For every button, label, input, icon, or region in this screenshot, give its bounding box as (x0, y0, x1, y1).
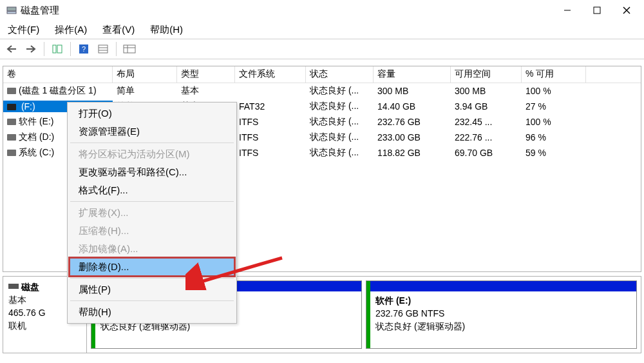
partition-block[interactable]: 软件 (E:) 232.76 GB NTFS 状态良好 (逻辑驱动器) (366, 280, 637, 349)
cell-pct: 27 % (522, 101, 586, 112)
toolbar: ? (0, 39, 644, 59)
cell-pct: 96 % (522, 132, 586, 143)
col-free[interactable]: 可用空间 (451, 66, 522, 83)
svg-rect-9 (57, 45, 62, 53)
svg-rect-18 (8, 284, 19, 289)
cell-pct: 100 % (522, 116, 586, 128)
drive-icon (7, 150, 16, 156)
menu-file[interactable]: 文件(F) (5, 23, 42, 37)
cell-cap: 300 MB (374, 85, 451, 97)
ctx-separator (70, 142, 234, 143)
window-title: 磁盘管理 (21, 5, 59, 17)
svg-text:?: ? (82, 45, 86, 53)
cell-status: 状态良好 (... (306, 100, 374, 113)
col-fs[interactable]: 文件系统 (235, 66, 306, 83)
disk-title: 磁盘 (21, 280, 39, 293)
ctx-extend: 扩展卷(X)... (70, 204, 234, 222)
cell-free: 69.70 GB (451, 147, 522, 159)
disk-icon (8, 280, 19, 293)
ctx-shrink: 压缩卷(H)... (70, 222, 234, 240)
drive-icon (7, 119, 16, 125)
toolbar-separator (116, 42, 117, 56)
ctx-separator (70, 300, 234, 301)
cell-volume: 系统 (C:) (19, 147, 54, 157)
context-menu: 打开(O) 资源管理器(E) 将分区标记为活动分区(M) 更改驱动器号和路径(C… (67, 102, 237, 324)
cell-volume: (F:) (19, 101, 35, 112)
col-capacity[interactable]: 容量 (374, 66, 451, 83)
ctx-format[interactable]: 格式化(F)... (70, 181, 234, 199)
cell-fs: ITFS (235, 132, 306, 143)
menubar: 文件(F) 操作(A) 查看(V) 帮助(H) (0, 21, 644, 39)
ctx-help[interactable]: 帮助(H) (70, 303, 234, 321)
cell-free: 300 MB (451, 85, 522, 97)
cell-volume: 软件 (E:) (19, 116, 53, 126)
menu-help[interactable]: 帮助(H) (147, 23, 185, 37)
titlebar: 磁盘管理 (0, 0, 644, 21)
cell-status: 状态良好 (... (306, 146, 374, 159)
volume-list-header: 卷 布局 类型 文件系统 状态 容量 可用空间 % 可用 (3, 66, 641, 83)
ctx-separator (70, 201, 234, 202)
cell-pct: 100 % (522, 85, 586, 97)
cell-free: 3.94 GB (451, 101, 522, 112)
cell-volume: 文档 (D:) (19, 132, 54, 142)
svg-rect-3 (594, 7, 600, 14)
toolbar-list-button[interactable] (95, 41, 111, 57)
cell-free: 232.45 ... (451, 116, 522, 128)
partition-name: 软件 (E:) (375, 294, 631, 307)
cell-free: 222.76 ... (451, 132, 522, 143)
cell-status: 状态良好 (... (306, 131, 374, 144)
cell-cap: 14.40 GB (374, 101, 451, 112)
ctx-properties[interactable]: 属性(P) (70, 280, 234, 299)
menu-view[interactable]: 查看(V) (100, 23, 137, 37)
stripe-primary-icon (370, 281, 636, 291)
cell-layout: 简单 (113, 84, 177, 97)
toolbar-view-button[interactable] (50, 41, 65, 57)
ctx-mirror: 添加镜像(A)... (70, 240, 234, 258)
cell-status: 状态良好 (... (306, 115, 374, 128)
partition-info: 232.76 GB NTFS (375, 307, 631, 320)
col-volume[interactable]: 卷 (3, 66, 113, 83)
minimize-button[interactable] (553, 0, 582, 21)
cell-volume: (磁盘 1 磁盘分区 1) (19, 85, 97, 95)
col-type[interactable]: 类型 (177, 66, 235, 83)
table-row[interactable]: (磁盘 1 磁盘分区 1) 简单 基本 状态良好 (... 300 MB 300… (3, 83, 641, 99)
partition-status: 状态良好 (逻辑驱动器) (375, 320, 631, 333)
toolbar-separator (70, 42, 71, 56)
cell-cap: 118.82 GB (374, 147, 451, 159)
toolbar-help-button[interactable]: ? (76, 41, 91, 57)
svg-rect-15 (124, 45, 135, 53)
cell-fs: FAT32 (235, 101, 306, 112)
cell-type: 基本 (177, 84, 235, 97)
toolbar-detail-button[interactable] (122, 41, 137, 57)
toolbar-separator (44, 42, 44, 56)
col-status[interactable]: 状态 (306, 66, 374, 83)
col-layout[interactable]: 布局 (113, 66, 177, 83)
nav-back-button[interactable] (4, 41, 19, 57)
cell-pct: 59 % (522, 147, 586, 159)
cell-fs: ITFS (235, 116, 306, 128)
ctx-delete-volume[interactable]: 删除卷(D)... (70, 258, 234, 276)
ctx-open[interactable]: 打开(O) (70, 104, 234, 123)
svg-rect-0 (7, 7, 16, 11)
app-icon (6, 5, 17, 15)
ctx-mark-active: 将分区标记为活动分区(M) (70, 145, 234, 163)
cell-fs: ITFS (235, 147, 306, 159)
drive-icon (7, 104, 16, 110)
cell-cap: 232.76 GB (374, 116, 451, 128)
svg-rect-1 (7, 12, 16, 14)
drive-icon (7, 134, 16, 141)
ctx-explorer[interactable]: 资源管理器(E) (70, 123, 234, 141)
disk-management-window: 磁盘管理 文件(F) 操作(A) 查看(V) 帮助(H) ? 卷 布局 类型 文… (0, 0, 644, 363)
svg-rect-12 (99, 45, 108, 53)
menu-action[interactable]: 操作(A) (52, 23, 90, 37)
maximize-button[interactable] (582, 0, 612, 21)
cell-cap: 233.00 GB (374, 132, 451, 143)
close-button[interactable] (612, 0, 641, 21)
col-pctfree[interactable]: % 可用 (522, 66, 586, 83)
svg-rect-8 (53, 45, 56, 53)
nav-forward-button[interactable] (23, 41, 39, 57)
drive-icon (7, 88, 16, 94)
ctx-change-letter[interactable]: 更改驱动器号和路径(C)... (70, 163, 234, 181)
cell-status: 状态良好 (... (306, 84, 374, 97)
cell-fs (235, 90, 306, 92)
